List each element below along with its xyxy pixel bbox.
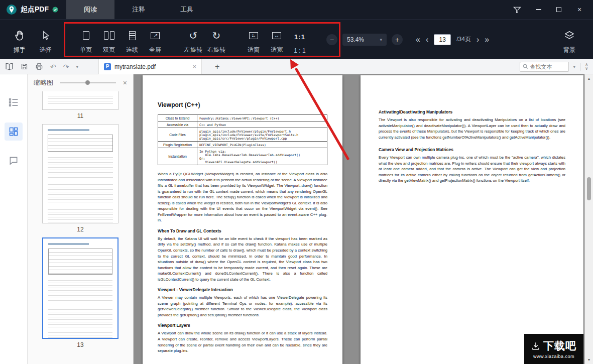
table-key-cell: Plugin Registration: [158, 142, 197, 148]
zoom-level-dropdown[interactable]: 53.4% ▾: [342, 34, 387, 46]
feedback-funnel-icon[interactable]: [513, 7, 521, 13]
thumbnail-page-12[interactable]: [42, 124, 118, 223]
table-key-cell: Instantiation: [158, 148, 197, 165]
section-paragraph: A Viewer may contain multiple Viewports,…: [158, 295, 327, 318]
hand-icon: [14, 30, 25, 42]
app-logo-icon: [6, 4, 17, 15]
document-section: Viewport - ViewerDelegate Interaction A …: [158, 287, 327, 318]
table-value-cell: In Python via: UI4.Tabs.BaseViewerTab.Ba…: [197, 148, 327, 165]
new-tab-button[interactable]: +: [215, 62, 219, 71]
table-row: Instantiation In Python via: UI4.Tabs.Ba…: [158, 148, 327, 165]
divider: [580, 63, 580, 71]
outline-panel-icon[interactable]: [5, 93, 23, 111]
section-heading: Activating/Deactivating Manipulators: [379, 109, 565, 114]
search-input[interactable]: [530, 64, 565, 70]
spec-table: Class to Extend Foundry::Katana::ViewerA…: [158, 114, 327, 165]
tab-read[interactable]: 阅读: [66, 0, 114, 19]
button-label: 选择: [40, 46, 52, 54]
table-key-cell: Class to Extend: [158, 115, 197, 122]
close-tab-icon[interactable]: ×: [192, 63, 196, 70]
next-page-button[interactable]: ›: [477, 36, 479, 44]
last-page-button[interactable]: »: [485, 36, 489, 44]
page-number-input[interactable]: [434, 34, 451, 45]
thumbnail-list: 11 12 13: [28, 91, 133, 364]
table-value-cell: plugin_apis/include/FnViewer/plugin/FnVi…: [197, 128, 327, 142]
section-heading: Camera View and Projection Matrices: [379, 147, 565, 152]
download-icon: [531, 341, 540, 350]
pdf-viewer[interactable]: Viewport (C++) Class to Extend Foundry::…: [134, 74, 584, 364]
document-tab-title: mytranslate.pdf: [114, 63, 189, 70]
document-section: Camera View and Projection Matrices Ever…: [379, 147, 565, 184]
search-options-chevron-icon[interactable]: ▾: [573, 64, 576, 69]
previous-page-button[interactable]: ‹: [426, 36, 428, 44]
scroll-up-icon[interactable]: ▲: [585, 77, 593, 80]
document-section: Viewport Layers A Viewport can draw the …: [158, 323, 327, 353]
bookmark-panel-icon[interactable]: [5, 152, 23, 170]
section-paragraph: By default, the Katana UI will wait for …: [158, 236, 327, 282]
maximize-button[interactable]: [555, 7, 562, 12]
print-icon[interactable]: [35, 63, 43, 70]
table-key-cell: Accessible via: [158, 122, 197, 128]
zoom-in-button[interactable]: +: [392, 34, 403, 45]
watermark-title: 下载吧: [543, 339, 576, 353]
redo-icon[interactable]: ↷: [63, 63, 69, 70]
cursor-icon: [41, 30, 51, 42]
panel-title: 缩略图: [34, 78, 53, 87]
close-button[interactable]: ×: [576, 6, 583, 14]
find-next-button[interactable]: ∨: [585, 67, 588, 71]
thumbnail-label: 11: [77, 112, 83, 119]
site-watermark: 下载吧 www.xiazaiba.com: [524, 334, 583, 364]
chevron-down-icon: ▾: [380, 37, 382, 42]
search-box: [520, 62, 569, 72]
page-total-label: /34页: [456, 35, 471, 44]
close-panel-icon[interactable]: ×: [123, 79, 127, 87]
vertical-scrollbar[interactable]: ▲ ▼: [584, 74, 593, 364]
button-label: 背景: [563, 46, 575, 54]
table-value-cell: C++ and Python: [197, 122, 327, 128]
slider-knob[interactable]: [85, 80, 90, 85]
tab-tools[interactable]: 工具: [163, 0, 211, 19]
verified-badge-icon: [52, 7, 58, 13]
watermark-url: www.xiazaiba.com: [533, 354, 574, 359]
first-page-button[interactable]: «: [416, 36, 420, 44]
table-row: Code Files plugin_apis/include/FnViewer/…: [158, 128, 327, 142]
document-tab[interactable]: P mytranslate.pdf ×: [98, 59, 202, 74]
thumbnail-label: 13: [77, 341, 83, 348]
save-icon[interactable]: [21, 63, 28, 70]
document-section: Activating/Deactivating Manipulators The…: [379, 109, 565, 140]
table-value-cell: DEFINE_VIEWPORT_PLUGIN(PluginClass): [197, 142, 327, 148]
thumbnail-page-13[interactable]: [42, 237, 118, 339]
app-name: 起点PDF: [21, 5, 49, 14]
pdf-page-14: Activating/Deactivating Manipulators The…: [361, 75, 583, 364]
table-value-cell: Foundry::Katana::ViewerAPI::Viewport (C+…: [197, 115, 327, 122]
document-section: When a PyQt QGLWidget (ViewportWidget) i…: [158, 171, 327, 223]
thumbnail-label: 12: [77, 226, 83, 233]
thumbnails-panel-icon[interactable]: [5, 123, 23, 141]
toolbar-options-chevron-icon[interactable]: ▾: [76, 64, 78, 69]
scrollbar-thumb[interactable]: [587, 177, 591, 200]
table-key-cell: Code Files: [158, 128, 197, 142]
thumbnail-size-slider[interactable]: [60, 82, 116, 83]
document-tab-bar: ↶ ↷ ▾ P mytranslate.pdf × + ▾ ∧ ∨: [0, 59, 593, 74]
search-area: ▾ ∧ ∨: [520, 62, 588, 72]
sidebar-icon-strip: [0, 74, 28, 364]
select-tool-button[interactable]: 选择: [34, 25, 57, 54]
zoom-level-value: 53.4%: [347, 36, 364, 43]
button-label: 抓手: [14, 46, 26, 54]
thumbnail-page-11[interactable]: [42, 91, 118, 110]
window-controls: ×: [513, 6, 593, 14]
undo-icon[interactable]: ↶: [50, 63, 56, 70]
background-button[interactable]: 背景: [558, 25, 581, 54]
title-bar: 起点PDF 阅读 注释 工具 ×: [0, 0, 593, 19]
tab-annotate[interactable]: 注释: [114, 0, 163, 19]
background-layers-icon: [564, 30, 575, 42]
two-page-view-icon[interactable]: [5, 63, 14, 70]
section-heading: Viewport Layers: [158, 323, 327, 328]
annotation-highlight-box: [64, 22, 340, 57]
thumbnail-panel-header: 缩略图 ×: [28, 74, 133, 91]
section-paragraph: The Viewport is also responsible for act…: [379, 117, 565, 140]
minimize-button[interactable]: [535, 9, 542, 10]
scroll-down-icon[interactable]: ▼: [585, 358, 593, 361]
hand-tool-button[interactable]: 抓手: [8, 25, 31, 54]
pdf-file-icon: P: [104, 63, 111, 70]
